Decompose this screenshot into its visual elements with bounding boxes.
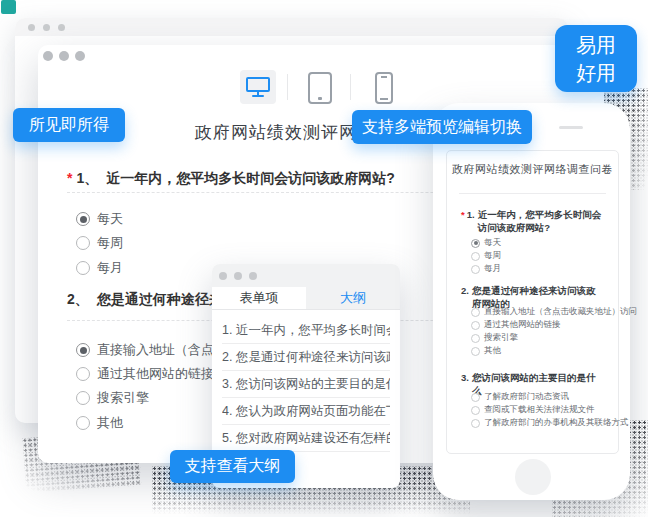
phone-speaker-bar <box>559 126 583 129</box>
phone-form-title: 政府网站绩效测评网络调查问卷 <box>447 162 618 177</box>
radio-icon[interactable] <box>471 393 480 402</box>
required-asterisk: * <box>67 170 72 186</box>
callout-wysiwyg: 所见即所得 <box>13 108 125 142</box>
traffic-light-icon <box>58 24 65 31</box>
background-window-titlebar <box>15 18 568 36</box>
radio-icon[interactable] <box>76 236 90 250</box>
marketing-screenshot: 政府网站绩效测评网络调查问卷 * 1、 近一年内，您平均多长时间会访问该政府网站… <box>0 0 648 517</box>
outline-item[interactable]: 5. 您对政府网站建设还有怎样的... <box>222 425 390 452</box>
outline-list: 1. 近一年内，您平均多长时间会... 2. 您是通过何种途径来访问该政... … <box>212 310 400 452</box>
device-tab-desktop[interactable] <box>240 70 276 104</box>
radio-icon[interactable] <box>471 265 480 274</box>
desktop-icon <box>246 77 270 98</box>
radio-option[interactable]: 通过其他网站的链接 <box>76 365 214 383</box>
callout-multi-device: 支持多端预览编辑切换 <box>352 110 532 144</box>
device-tab-phone[interactable] <box>375 72 393 104</box>
phone-radio-option[interactable]: 其他 <box>471 345 501 357</box>
phone-radio-option[interactable]: 搜索引擎 <box>471 332 518 344</box>
radio-selected-icon[interactable] <box>76 212 90 226</box>
tab-form-items[interactable]: 表单项 <box>212 287 306 309</box>
traffic-light-icon <box>219 272 227 280</box>
phone-radio-option[interactable]: 直接输入地址（含点击收藏夹地址）访问 <box>471 306 637 318</box>
traffic-light-icon <box>249 272 257 280</box>
radio-option[interactable]: 其他 <box>76 414 123 432</box>
phone-radio-option[interactable]: 了解政府部门动态资讯 <box>471 391 569 403</box>
required-asterisk: * <box>461 208 465 221</box>
radio-icon[interactable] <box>471 252 480 261</box>
outline-panel-titlebar <box>212 264 400 287</box>
radio-icon[interactable] <box>471 347 480 356</box>
badge-line2: 好用 <box>576 59 616 87</box>
traffic-light-icon <box>75 51 85 61</box>
radio-icon[interactable] <box>76 367 90 381</box>
radio-option[interactable]: 每周 <box>76 234 123 252</box>
radio-option[interactable]: 每天 <box>76 210 123 228</box>
phone-form-card: 政府网站绩效测评网络调查问卷 * 1. 近一年内，您平均多长时间会访问该政府网站… <box>446 150 619 454</box>
radio-icon[interactable] <box>76 391 90 405</box>
radio-selected-icon[interactable] <box>471 239 480 248</box>
radio-option[interactable]: 搜索引擎 <box>76 389 149 407</box>
phone-radio-option[interactable]: 了解政府部门的办事机构及其联络方式 <box>471 417 629 429</box>
traffic-light-icon <box>43 24 50 31</box>
traffic-light-icon <box>43 51 53 61</box>
tablet-icon <box>318 97 322 100</box>
radio-icon[interactable] <box>471 406 480 415</box>
radio-icon[interactable] <box>471 334 480 343</box>
badge-line1: 易用 <box>576 31 616 59</box>
radio-icon[interactable] <box>471 321 480 330</box>
question-1-title: * 1、 近一年内，您平均多长时间会访问该政府网站? <box>67 170 395 188</box>
radio-selected-icon[interactable] <box>76 343 90 357</box>
radio-option[interactable]: 每月 <box>76 259 123 277</box>
traffic-light-icon <box>59 51 69 61</box>
phone-radio-option[interactable]: 通过其他网站的链接 <box>471 319 561 331</box>
radio-icon[interactable] <box>76 416 90 430</box>
editor-window-titlebar <box>38 45 604 64</box>
divider <box>350 74 351 100</box>
outline-item[interactable]: 2. 您是通过何种途径来访问该政... <box>222 344 390 371</box>
outline-item[interactable]: 4. 您认为政府网站页面功能在下... <box>222 398 390 425</box>
divider <box>459 193 606 194</box>
tab-outline[interactable]: 大纲 <box>306 287 400 309</box>
phone-radio-option[interactable]: 每月 <box>471 263 501 275</box>
device-tab-tablet[interactable] <box>308 72 332 104</box>
radio-icon[interactable] <box>471 308 480 317</box>
divider <box>287 74 288 100</box>
outline-item[interactable]: 3. 您访问该网站的主要目的是什么 <box>222 371 390 398</box>
phone-icon <box>380 98 388 100</box>
phone-radio-option[interactable]: 查阅或下载相关法律法规文件 <box>471 404 595 416</box>
teal-corner-decoration <box>1 0 16 14</box>
outline-item[interactable]: 1. 近一年内，您平均多长时间会... <box>222 317 390 344</box>
traffic-light-icon <box>234 272 242 280</box>
traffic-light-icon <box>28 24 35 31</box>
phone-question-1-title: * 1. 近一年内，您平均多长时间会访问该政府网站? <box>461 208 606 234</box>
radio-icon[interactable] <box>76 261 90 275</box>
easy-to-use-badge: 易用 好用 <box>555 25 637 92</box>
phone-preview-mockup: 政府网站绩效测评网络调查问卷 * 1. 近一年内，您平均多长时间会访问该政府网站… <box>433 103 630 500</box>
radio-icon[interactable] <box>471 419 480 428</box>
phone-radio-option[interactable]: 每天 <box>471 237 501 249</box>
outline-panel-tabs: 表单项 大纲 <box>212 287 400 310</box>
phone-radio-option[interactable]: 每周 <box>471 250 501 262</box>
phone-home-button <box>515 459 551 495</box>
callout-view-outline: 支持查看大纲 <box>170 450 295 483</box>
